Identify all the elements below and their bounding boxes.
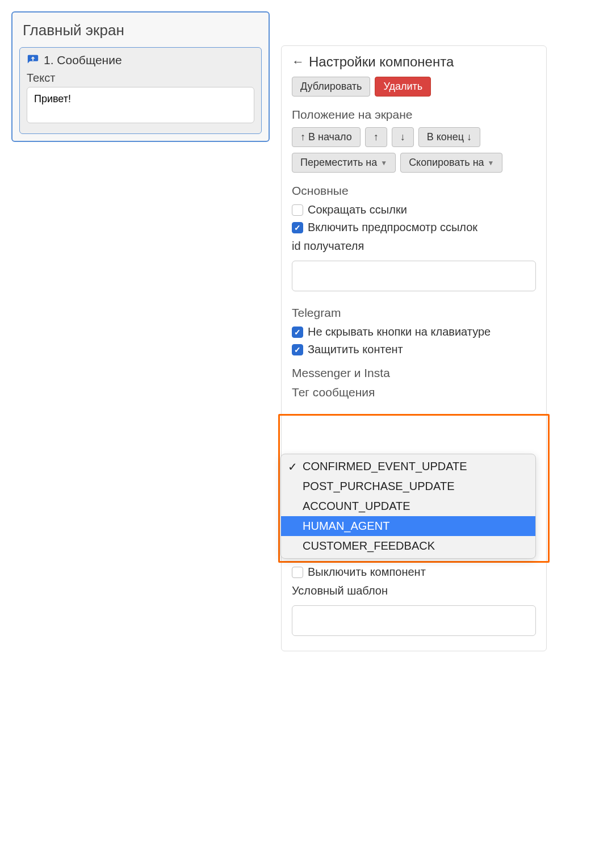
message-icon [27, 54, 39, 66]
shorten-links-label: Сокращать ссылки [308, 203, 407, 216]
text-label: Текст [27, 72, 254, 85]
duplicate-button[interactable]: Дублировать [292, 77, 370, 97]
move-up-button[interactable]: ↑ [365, 127, 387, 147]
keep-keyboard-label: Не скрывать кнопки на клавиатуре [308, 325, 491, 338]
component-settings-panel: ← Настройки компонента Дублировать Удали… [281, 45, 547, 651]
move-down-button[interactable]: ↓ [392, 127, 414, 147]
back-arrow-icon[interactable]: ← [292, 56, 304, 68]
message-card[interactable]: 1. Сообщение Текст [19, 47, 262, 134]
message-title: 1. Сообщение [44, 53, 122, 67]
main-section-title: Основные [292, 184, 536, 198]
message-tag-dropdown[interactable]: CONFIRMED_EVENT_UPDATE✓POST_PURCHASE_UPD… [280, 454, 536, 559]
check-icon: ✓ [288, 460, 297, 474]
template-label: Условный шаблон [292, 584, 388, 597]
protect-content-checkbox[interactable]: ✓ [292, 344, 303, 355]
caret-down-icon: ▼ [488, 159, 495, 167]
protect-content-label: Защитить контент [308, 343, 403, 356]
position-section-title: Положение на экране [292, 108, 536, 122]
main-screen-panel: Главный экран 1. Сообщение Текст [11, 11, 270, 142]
messenger-section-title: Messenger и Insta [292, 366, 536, 380]
telegram-section-title: Telegram [292, 306, 536, 320]
recipient-id-input[interactable] [292, 261, 536, 291]
main-screen-title: Главный экран [23, 22, 262, 39]
move-to-label: Переместить на [300, 157, 377, 169]
dropdown-option[interactable]: HUMAN_AGENT [281, 516, 535, 536]
dropdown-option[interactable]: ACCOUNT_UPDATE [281, 496, 535, 516]
move-to-button[interactable]: Переместить на ▼ [292, 153, 396, 173]
disable-component-label: Выключить компонент [308, 566, 426, 579]
link-preview-checkbox[interactable]: ✓ [292, 222, 303, 233]
dropdown-option[interactable]: CONFIRMED_EVENT_UPDATE✓ [281, 457, 535, 476]
link-preview-label: Включить предпросмотр ссылок [308, 221, 477, 234]
message-text-input[interactable] [27, 87, 254, 123]
dropdown-option[interactable]: CUSTOMER_FEEDBACK [281, 536, 535, 556]
copy-to-button[interactable]: Скопировать на ▼ [400, 153, 502, 173]
recipient-id-label: id получателя [292, 240, 364, 253]
delete-button[interactable]: Удалить [375, 77, 431, 97]
to-start-button[interactable]: ↑ В начало [292, 127, 361, 147]
shorten-links-checkbox[interactable] [292, 204, 303, 216]
dropdown-option[interactable]: POST_PURCHASE_UPDATE [281, 476, 535, 496]
caret-down-icon: ▼ [380, 159, 387, 167]
to-end-button[interactable]: В конец ↓ [418, 127, 480, 147]
template-input[interactable] [292, 605, 536, 636]
panel-title: Настройки компонента [309, 54, 454, 70]
keep-keyboard-checkbox[interactable]: ✓ [292, 327, 303, 338]
message-tag-label: Тег сообщения [292, 386, 536, 399]
disable-component-checkbox[interactable] [292, 567, 303, 578]
copy-to-label: Скопировать на [409, 157, 484, 169]
